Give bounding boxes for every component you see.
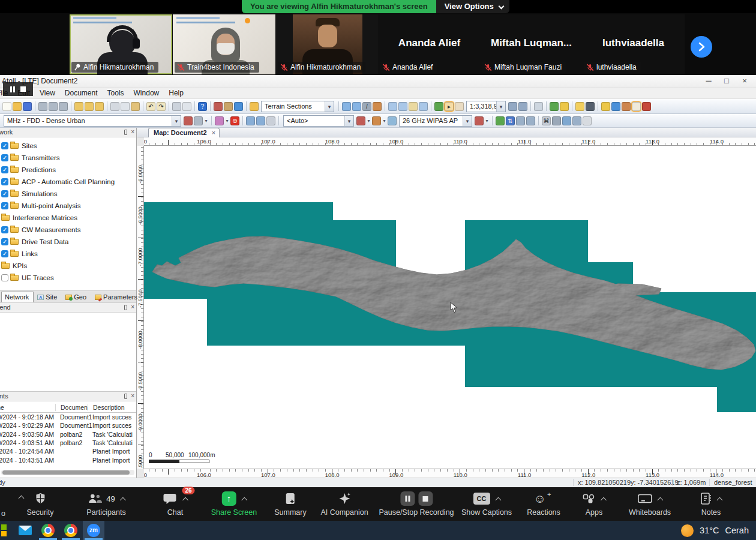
report-tool-icon[interactable] — [632, 102, 641, 111]
tx-scissors-icon[interactable] — [356, 116, 365, 125]
column-time[interactable]: Time — [0, 404, 55, 411]
transmitter-icon[interactable] — [194, 116, 203, 125]
help-icon[interactable]: ? — [198, 102, 207, 111]
toolbar-item-pause-stop-recording[interactable]: Pause/Stop Recording — [379, 490, 454, 517]
participant-tile-luthviaadella-5[interactable]: luthviaadellaluthviaadella — [582, 14, 685, 74]
refresh-map-icon[interactable] — [434, 102, 443, 111]
chevron-up-icon[interactable] — [717, 497, 723, 503]
stop-recording-icon[interactable] — [418, 491, 433, 506]
dropdown-arrow[interactable]: ▾ — [203, 118, 209, 124]
zone-computation-icon[interactable] — [398, 102, 407, 111]
tree-item-sites[interactable]: ✓Sites — [0, 140, 136, 152]
grid-tool-icon[interactable] — [583, 116, 592, 125]
database-refresh-icon[interactable] — [49, 102, 58, 111]
import-folder-green-icon[interactable] — [85, 102, 94, 111]
tree-item-simulations[interactable]: ✓Simulations — [0, 188, 136, 200]
close-icon[interactable]: × — [212, 129, 215, 137]
taskbar-chrome-button-2[interactable] — [60, 521, 82, 540]
cells-table-alert-icon[interactable] — [256, 116, 265, 125]
chevron-up-icon[interactable] — [657, 497, 663, 503]
cells-table-lock-icon[interactable] — [266, 116, 275, 125]
pin-icon[interactable] — [124, 130, 127, 135]
draw-rectangle-icon[interactable] — [352, 102, 361, 111]
event-row-2[interactable]: 8/20/2024 - 9:03:50 AMpolban2Task 'Calcu… — [0, 430, 136, 439]
events-horizontal-scrollbar[interactable] — [1, 470, 134, 475]
toolbar-item-share-screen[interactable]: ↑Share Screen — [211, 490, 257, 517]
dropdown-arrow[interactable]: ▾ — [382, 118, 387, 124]
acp-setup-icon[interactable] — [475, 116, 484, 125]
toolbar-item-summary[interactable]: Summary — [274, 490, 306, 517]
event-viewer-icon[interactable] — [642, 102, 651, 111]
event-row-4[interactable]: 8/20/2024 - 10:24:54 AMPlanet Import — [0, 447, 136, 455]
interference-target-icon[interactable]: ⊕ — [230, 116, 239, 125]
recording-indicator-overlay[interactable] — [3, 82, 33, 96]
close-icon[interactable]: × — [131, 128, 134, 135]
new-document-icon[interactable] — [2, 102, 11, 111]
ruler-tool-icon[interactable] — [560, 102, 569, 111]
checkbox-checked[interactable]: ✓ — [1, 142, 8, 149]
map-canvas[interactable]: 0 50,000 100,000m — [144, 146, 756, 469]
tree-item-links[interactable]: ✓Links — [0, 248, 136, 260]
tree-item-cw-measurements[interactable]: ✓CW Measurements — [0, 224, 136, 236]
building-view-icon[interactable] — [224, 102, 233, 111]
event-row-3[interactable]: 8/20/2024 - 9:03:51 AMpolban2Task 'Calcu… — [0, 439, 136, 447]
maximize-button[interactable]: □ — [718, 75, 736, 88]
tree-item-multi-point-analysis[interactable]: ✓Multi-point Analysis — [0, 200, 136, 212]
toolbar-item-chat[interactable]: 26Chat — [163, 490, 188, 517]
app-grid-icon[interactable] — [0, 524, 7, 536]
binoculars-icon[interactable] — [586, 102, 595, 111]
neighbour-plan-icon[interactable] — [215, 116, 224, 125]
redo-icon[interactable]: ↷ — [157, 102, 166, 111]
chevron-up-icon[interactable] — [120, 497, 126, 503]
cut-icon[interactable] — [110, 102, 119, 111]
tree-item-transmitters[interactable]: ✓Transmitters — [0, 152, 136, 164]
tree-item-interference-matrices[interactable]: Interference Matrices — [0, 212, 136, 224]
toolbar-item-apps[interactable]: Apps — [583, 490, 606, 517]
stats-table-icon[interactable] — [572, 116, 581, 125]
taskbar-weather[interactable]: 31°C Cerah — [681, 521, 749, 540]
cells-table-icon[interactable] — [246, 116, 255, 125]
geo-data-icon[interactable] — [611, 102, 620, 111]
chevron-up-icon[interactable] — [495, 497, 501, 503]
save-icon[interactable] — [23, 102, 32, 111]
map-type-select[interactable]: Terrain Sections — [261, 101, 334, 112]
column-description[interactable]: Description — [88, 404, 136, 411]
event-row-1[interactable]: 8/20/2024 - 9:02:29 AMDocument1Import su… — [0, 421, 136, 430]
pan-tool-icon[interactable] — [455, 102, 464, 111]
taskbar-mail-button[interactable] — [14, 521, 36, 540]
station-type-icon[interactable] — [388, 116, 397, 125]
participant-tile-alfin-hikmaturokhman-0[interactable]: Alfin Hikmaturokhman — [70, 14, 172, 74]
tab-network[interactable]: Network — [1, 292, 34, 302]
draw-polygon-icon[interactable] — [342, 102, 351, 111]
search-map-icon[interactable] — [534, 102, 543, 111]
dropdown-arrow[interactable]: ▾ — [484, 118, 490, 124]
zoom-scale-select[interactable]: 1:3,318,94 — [466, 101, 506, 112]
comment-tool-icon[interactable] — [575, 102, 584, 111]
pin-icon[interactable] — [124, 394, 127, 399]
chevron-up-icon[interactable] — [19, 496, 25, 502]
zone-filter-icon[interactable] — [409, 102, 418, 111]
table-import-icon[interactable] — [526, 116, 535, 125]
copy-icon[interactable] — [121, 102, 130, 111]
event-row-5[interactable]: 8/20/2024 - 10:43:51 AMPlanet Import — [0, 455, 136, 464]
stop-icon[interactable] — [20, 86, 26, 92]
checkbox-checked[interactable]: ✓ — [1, 226, 8, 233]
toolbar-item-reactions[interactable]: ☺+Reactions — [527, 490, 560, 517]
minimize-button[interactable]: ─ — [700, 75, 718, 88]
calc-manager-icon[interactable] — [601, 102, 610, 111]
checkbox-checked[interactable]: ✓ — [1, 166, 8, 173]
checkbox-checked[interactable]: ✓ — [1, 250, 8, 257]
undo-icon[interactable]: ↶ — [146, 102, 155, 111]
measure-tool-icon[interactable] — [622, 102, 631, 111]
next-participants-button[interactable] — [691, 36, 712, 58]
zone-focus-icon[interactable] — [388, 102, 397, 111]
checkbox-unchecked[interactable] — [1, 274, 8, 281]
auto-select[interactable]: <Auto> — [283, 115, 354, 127]
close-button[interactable]: × — [736, 75, 754, 88]
column-document[interactable]: Document — [55, 404, 88, 411]
participant-tile-train4best-indonesia-1[interactable]: Train4best Indonesia — [173, 14, 275, 74]
menu-document[interactable]: Document — [60, 88, 103, 98]
taskbar-chrome-button-1[interactable] — [37, 521, 59, 540]
toolbar-item-whiteboards[interactable]: Whiteboards — [629, 490, 671, 517]
tab-parameters[interactable]: Parameters — [91, 292, 142, 302]
